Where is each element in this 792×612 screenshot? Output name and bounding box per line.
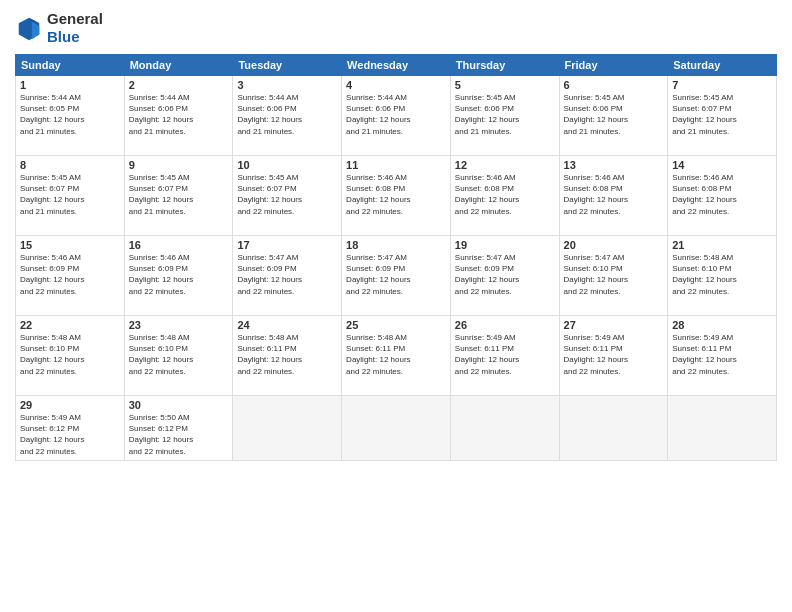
logo: General Blue — [15, 10, 103, 46]
day-number: 21 — [672, 239, 772, 251]
day-number: 2 — [129, 79, 229, 91]
day-cell: 11Sunrise: 5:46 AM Sunset: 6:08 PM Dayli… — [342, 156, 451, 236]
day-number: 28 — [672, 319, 772, 331]
day-cell: 24Sunrise: 5:48 AM Sunset: 6:11 PM Dayli… — [233, 316, 342, 396]
day-cell — [668, 396, 777, 461]
day-number: 25 — [346, 319, 446, 331]
day-cell: 21Sunrise: 5:48 AM Sunset: 6:10 PM Dayli… — [668, 236, 777, 316]
col-header-monday: Monday — [124, 55, 233, 76]
day-info: Sunrise: 5:45 AM Sunset: 6:06 PM Dayligh… — [564, 92, 664, 137]
day-info: Sunrise: 5:46 AM Sunset: 6:09 PM Dayligh… — [129, 252, 229, 297]
day-cell — [233, 396, 342, 461]
day-info: Sunrise: 5:49 AM Sunset: 6:11 PM Dayligh… — [455, 332, 555, 377]
day-number: 26 — [455, 319, 555, 331]
day-cell — [450, 396, 559, 461]
day-cell: 26Sunrise: 5:49 AM Sunset: 6:11 PM Dayli… — [450, 316, 559, 396]
day-number: 13 — [564, 159, 664, 171]
day-info: Sunrise: 5:47 AM Sunset: 6:10 PM Dayligh… — [564, 252, 664, 297]
day-number: 19 — [455, 239, 555, 251]
day-cell: 7Sunrise: 5:45 AM Sunset: 6:07 PM Daylig… — [668, 76, 777, 156]
day-number: 10 — [237, 159, 337, 171]
day-number: 24 — [237, 319, 337, 331]
col-header-saturday: Saturday — [668, 55, 777, 76]
header-row: SundayMondayTuesdayWednesdayThursdayFrid… — [16, 55, 777, 76]
day-cell: 6Sunrise: 5:45 AM Sunset: 6:06 PM Daylig… — [559, 76, 668, 156]
day-number: 11 — [346, 159, 446, 171]
day-cell: 14Sunrise: 5:46 AM Sunset: 6:08 PM Dayli… — [668, 156, 777, 236]
day-cell: 22Sunrise: 5:48 AM Sunset: 6:10 PM Dayli… — [16, 316, 125, 396]
day-number: 15 — [20, 239, 120, 251]
day-cell: 16Sunrise: 5:46 AM Sunset: 6:09 PM Dayli… — [124, 236, 233, 316]
week-row: 29Sunrise: 5:49 AM Sunset: 6:12 PM Dayli… — [16, 396, 777, 461]
col-header-sunday: Sunday — [16, 55, 125, 76]
col-header-tuesday: Tuesday — [233, 55, 342, 76]
day-cell: 13Sunrise: 5:46 AM Sunset: 6:08 PM Dayli… — [559, 156, 668, 236]
day-cell: 18Sunrise: 5:47 AM Sunset: 6:09 PM Dayli… — [342, 236, 451, 316]
day-info: Sunrise: 5:44 AM Sunset: 6:06 PM Dayligh… — [346, 92, 446, 137]
day-number: 1 — [20, 79, 120, 91]
day-number: 4 — [346, 79, 446, 91]
week-row: 22Sunrise: 5:48 AM Sunset: 6:10 PM Dayli… — [16, 316, 777, 396]
day-cell: 12Sunrise: 5:46 AM Sunset: 6:08 PM Dayli… — [450, 156, 559, 236]
day-cell: 3Sunrise: 5:44 AM Sunset: 6:06 PM Daylig… — [233, 76, 342, 156]
day-info: Sunrise: 5:49 AM Sunset: 6:12 PM Dayligh… — [20, 412, 120, 457]
day-number: 16 — [129, 239, 229, 251]
day-cell — [342, 396, 451, 461]
day-number: 7 — [672, 79, 772, 91]
day-info: Sunrise: 5:48 AM Sunset: 6:11 PM Dayligh… — [346, 332, 446, 377]
day-info: Sunrise: 5:46 AM Sunset: 6:08 PM Dayligh… — [346, 172, 446, 217]
day-number: 29 — [20, 399, 120, 411]
day-cell: 1Sunrise: 5:44 AM Sunset: 6:05 PM Daylig… — [16, 76, 125, 156]
col-header-thursday: Thursday — [450, 55, 559, 76]
day-info: Sunrise: 5:44 AM Sunset: 6:06 PM Dayligh… — [129, 92, 229, 137]
day-number: 3 — [237, 79, 337, 91]
day-info: Sunrise: 5:45 AM Sunset: 6:07 PM Dayligh… — [672, 92, 772, 137]
day-info: Sunrise: 5:47 AM Sunset: 6:09 PM Dayligh… — [455, 252, 555, 297]
day-number: 30 — [129, 399, 229, 411]
day-cell: 30Sunrise: 5:50 AM Sunset: 6:12 PM Dayli… — [124, 396, 233, 461]
day-info: Sunrise: 5:48 AM Sunset: 6:11 PM Dayligh… — [237, 332, 337, 377]
day-cell: 4Sunrise: 5:44 AM Sunset: 6:06 PM Daylig… — [342, 76, 451, 156]
day-cell: 23Sunrise: 5:48 AM Sunset: 6:10 PM Dayli… — [124, 316, 233, 396]
day-info: Sunrise: 5:49 AM Sunset: 6:11 PM Dayligh… — [564, 332, 664, 377]
logo-icon — [15, 14, 43, 42]
day-info: Sunrise: 5:46 AM Sunset: 6:09 PM Dayligh… — [20, 252, 120, 297]
day-info: Sunrise: 5:45 AM Sunset: 6:07 PM Dayligh… — [129, 172, 229, 217]
day-info: Sunrise: 5:44 AM Sunset: 6:05 PM Dayligh… — [20, 92, 120, 137]
week-row: 1Sunrise: 5:44 AM Sunset: 6:05 PM Daylig… — [16, 76, 777, 156]
day-number: 27 — [564, 319, 664, 331]
day-info: Sunrise: 5:48 AM Sunset: 6:10 PM Dayligh… — [129, 332, 229, 377]
day-number: 8 — [20, 159, 120, 171]
day-number: 18 — [346, 239, 446, 251]
day-cell: 27Sunrise: 5:49 AM Sunset: 6:11 PM Dayli… — [559, 316, 668, 396]
day-info: Sunrise: 5:45 AM Sunset: 6:07 PM Dayligh… — [237, 172, 337, 217]
day-number: 5 — [455, 79, 555, 91]
day-cell: 9Sunrise: 5:45 AM Sunset: 6:07 PM Daylig… — [124, 156, 233, 236]
day-info: Sunrise: 5:48 AM Sunset: 6:10 PM Dayligh… — [20, 332, 120, 377]
day-number: 20 — [564, 239, 664, 251]
week-row: 8Sunrise: 5:45 AM Sunset: 6:07 PM Daylig… — [16, 156, 777, 236]
page: General Blue SundayMondayTuesdayWednesda… — [0, 0, 792, 612]
day-info: Sunrise: 5:45 AM Sunset: 6:06 PM Dayligh… — [455, 92, 555, 137]
logo-text-blue: Blue — [47, 28, 103, 46]
header: General Blue — [15, 10, 777, 46]
calendar: SundayMondayTuesdayWednesdayThursdayFrid… — [15, 54, 777, 461]
day-cell — [559, 396, 668, 461]
day-info: Sunrise: 5:46 AM Sunset: 6:08 PM Dayligh… — [672, 172, 772, 217]
day-number: 14 — [672, 159, 772, 171]
day-info: Sunrise: 5:50 AM Sunset: 6:12 PM Dayligh… — [129, 412, 229, 457]
day-number: 23 — [129, 319, 229, 331]
day-info: Sunrise: 5:47 AM Sunset: 6:09 PM Dayligh… — [346, 252, 446, 297]
day-cell: 20Sunrise: 5:47 AM Sunset: 6:10 PM Dayli… — [559, 236, 668, 316]
col-header-wednesday: Wednesday — [342, 55, 451, 76]
week-row: 15Sunrise: 5:46 AM Sunset: 6:09 PM Dayli… — [16, 236, 777, 316]
day-number: 12 — [455, 159, 555, 171]
day-number: 6 — [564, 79, 664, 91]
day-cell: 19Sunrise: 5:47 AM Sunset: 6:09 PM Dayli… — [450, 236, 559, 316]
day-number: 22 — [20, 319, 120, 331]
day-cell: 2Sunrise: 5:44 AM Sunset: 6:06 PM Daylig… — [124, 76, 233, 156]
day-cell: 17Sunrise: 5:47 AM Sunset: 6:09 PM Dayli… — [233, 236, 342, 316]
logo-text-general: General — [47, 10, 103, 28]
day-info: Sunrise: 5:44 AM Sunset: 6:06 PM Dayligh… — [237, 92, 337, 137]
day-number: 17 — [237, 239, 337, 251]
